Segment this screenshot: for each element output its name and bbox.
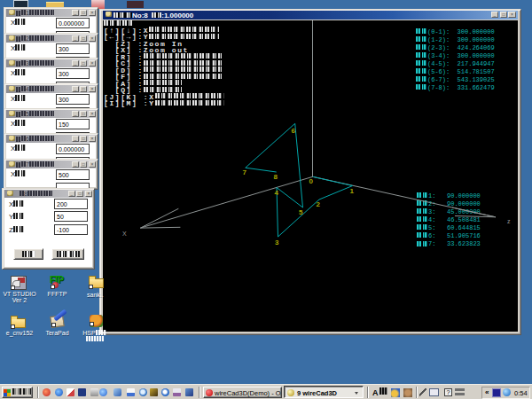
- svg-text:z: z: [507, 218, 511, 224]
- svg-text:7: 7: [243, 168, 247, 176]
- svg-text:4: 4: [275, 189, 279, 197]
- svg-text:8: 8: [274, 173, 278, 181]
- svg-text:X: X: [122, 231, 127, 237]
- svg-text:5: 5: [299, 208, 303, 216]
- svg-text:1: 1: [350, 187, 355, 195]
- svg-text:2: 2: [317, 200, 321, 208]
- svg-text:0: 0: [309, 177, 314, 185]
- svg-text:6: 6: [292, 127, 296, 135]
- svg-text:3: 3: [275, 239, 279, 246]
